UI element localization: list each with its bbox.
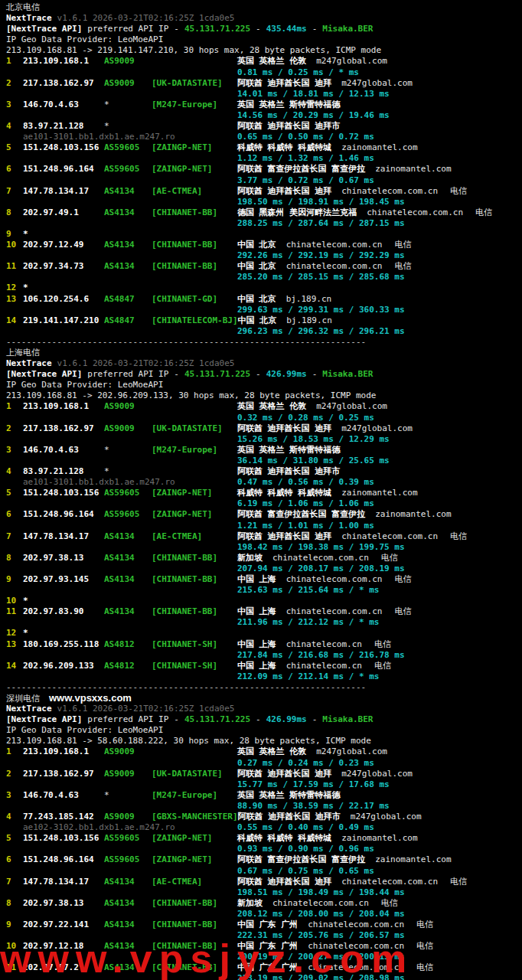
hop-number: 3 [6,100,23,110]
hop-hostname: m247global.com [351,812,422,822]
hop-hostname: zainomantel.com [341,833,417,843]
hop-geo: 中国 上海 [237,639,276,649]
app-version: v1.6.1 2026-03-21T02:16:25Z 1cda0e5 [57,358,235,368]
hop-latency: 1.12 ms / 1.32 ms / 1.46 ms [237,153,374,163]
hop-network-tag: [CHINANET-BB] [152,920,237,930]
hop-number: 2 [6,78,23,89]
hop-network-tag: [CHINANET-BB] [152,207,237,218]
hop-carrier: 电信 [450,531,467,541]
hop-ip: 77.243.185.142 [23,812,104,822]
hop-asn: AS4134 [104,898,152,909]
hop-ip: 202.97.22.141 [23,920,104,930]
hop-row: 6151.248.96.164AS59605[ZAINGP-NET]阿联酋 富查… [6,854,522,865]
hop-ip: 151.248.96.164 [23,164,104,175]
hop-row: 12* [6,283,522,293]
app-name: NextTrace [6,13,52,23]
hop-number: 1 [6,746,23,757]
hop-asn: AS59605 [104,488,152,498]
hop-ip: 219.141.147.210 [23,315,104,326]
hop-geo: 中国 上海 [237,661,276,671]
hop-network-tag: [ZAINGP-NET] [152,164,237,175]
hop-latency: 211.96 ms / 212.12 ms / * ms [237,617,379,627]
hop-latency: 212.09 ms / 212.14 ms / * ms [237,671,379,681]
hop-ip: * [23,283,104,293]
hop-latency-row: 14.01 ms / 18.81 ms / 12.13 ms [6,89,522,100]
hop-row: 5151.248.103.156AS59605[ZAINGP-NET]科威特 科… [6,142,522,153]
hop-geo: 阿联酋 迪拜酋长国 迪拜 [237,877,331,887]
hop-latency-row: 207.94 ms / 208.17 ms / 208.19 ms [6,564,522,574]
hop-row: 11202.97.83.90AS4134[CHINANET-BB]中国 上海ch… [6,606,522,617]
hop-latency-row: 208.12 ms / 208.00 ms / 208.04 ms [6,909,522,920]
hop-ip: 151.248.103.156 [23,142,104,153]
hop-asn: AS9009 [104,78,152,89]
hop-number: 10 [6,240,23,250]
hop-number: 1 [6,56,23,67]
hop-geo: 中国 北京 [237,240,276,250]
api-ip: 45.131.71.225 [184,369,250,379]
hop-latency-row: 36.14 ms / 31.80 ms / 25.65 ms [6,456,522,466]
app-version: v1.6.1 2026-03-21T02:16:25Z 1cda0e5 [57,704,235,714]
app-name: NextTrace [6,358,52,368]
hop-row: 12* [6,628,522,639]
hop-ip: 202.97.49.1 [23,207,104,218]
hop-geo: 新加坡 [237,898,263,908]
hop-hostname: chinatelecom.com.cn [272,553,369,563]
hop-latency: 1.21 ms / 1.01 ms / 1.00 ms [237,521,374,531]
hop-asn: * [104,121,152,132]
hop-network-tag: [UK-DATASTATE] [152,423,237,434]
hop-latency-row: 6.19 ms / 1.06 ms / 1.06 ms [6,498,522,509]
hop-asn: AS59605 [104,509,152,520]
api-node: Misaka.BER [322,369,373,379]
hop-number: 8 [6,553,23,564]
hop-latency-row: 88.90 ms / 38.59 ms / 22.17 ms [6,801,522,812]
hop-network-tag: [CHINANET-SH] [152,661,237,671]
app-name: NextTrace [6,704,52,714]
geo-provider: IP Geo Data Provider: LeoMoeAPI [6,380,163,390]
hop-asn: AS4134 [104,606,152,617]
hop-latency-row: 1.21 ms / 1.01 ms / 1.00 ms [6,521,522,531]
hop-carrier: 电信 [450,186,467,196]
version-line: NextTracev1.6.1 2026-03-21T02:16:25Z 1cd… [6,358,522,369]
hop-network-tag: [AE-CTMEA] [152,531,237,542]
hop-latency: 0.47 ms / 0.56 ms / 0.39 ms [237,477,374,487]
api-dash: - [256,369,261,379]
hop-asn: AS4847 [104,315,152,326]
hop-latency: 198.51 ms / 198.49 ms / 198.44 ms [237,887,405,897]
hop-network-tag: [CHINANET-SH] [152,639,237,650]
hop-number: 11 [6,261,23,272]
hop-hostname: chinatelecom.com.cn [286,261,383,271]
hop-number: 8 [6,207,23,218]
hop-geo: 中国 上海 [237,574,276,584]
hop-latency-row: ae102-3102.bb1.dxb1.ae.m247.ro0.55 ms / … [6,822,522,833]
geo-provider-line: IP Geo Data Provider: LeoMoeAPI [6,380,522,390]
hop-number: 9 [6,920,23,930]
hop-number: 13 [6,639,23,650]
hop-geo: 德国 黑森州 美因河畔法兰克福 [237,207,357,217]
hop-latency-row: 3.77 ms / 0.72 ms / 0.67 ms [6,175,522,186]
hop-ip: 147.78.134.17 [23,877,104,887]
hop-row: 477.243.185.142AS9009[GBXS-MANCHESTER]阿联… [6,812,522,822]
hop-geo: 阿联酋 迪拜酋长国 迪拜 [237,78,331,88]
hop-row: 3146.70.4.63*[M247-Europe]英国 英格兰 斯特雷特福德 [6,100,522,110]
hop-hostname: bj.189.cn [286,315,332,325]
hop-hostname: chinatelecom.com.cn [286,574,383,584]
hop-latency-row: 198.51 ms / 198.49 ms / 198.44 ms [6,887,522,898]
hop-latency-row: 211.96 ms / 212.12 ms / * ms [6,617,522,628]
hop-network-tag: [ZAINGP-NET] [152,854,237,865]
hop-ip: 217.138.162.97 [23,78,104,89]
hop-geo: 新加坡 [237,553,263,563]
hop-hostname: chinatelecom.com.cn [272,898,369,908]
hop-asn: AS4134 [104,877,152,887]
hop-latency: 208.12 ms / 208.00 ms / 208.04 ms [237,909,405,919]
hop-network-tag: [CHINANET-BB] [152,240,237,250]
hop-carrier: 电信 [416,920,433,929]
hop-ip: 202.97.12.49 [23,240,104,250]
api-prefix: preferred API IP [87,24,168,34]
hop-latency-row: 288.25 ms / 287.64 ms / 287.15 ms [6,218,522,229]
hop-row: 14202.96.209.133AS4812[CHINANET-SH]中国 上海… [6,661,522,671]
hop-ip: 202.97.38.13 [23,898,104,909]
hop-ip: 146.70.4.63 [23,445,104,456]
hop-network-tag: [CHINATELECOM-BJ] [152,315,238,326]
geo-provider-line: IP Geo Data Provider: LeoMoeAPI [6,34,522,45]
hop-latency: 198.50 ms / 198.91 ms / 198.45 ms [237,197,405,207]
